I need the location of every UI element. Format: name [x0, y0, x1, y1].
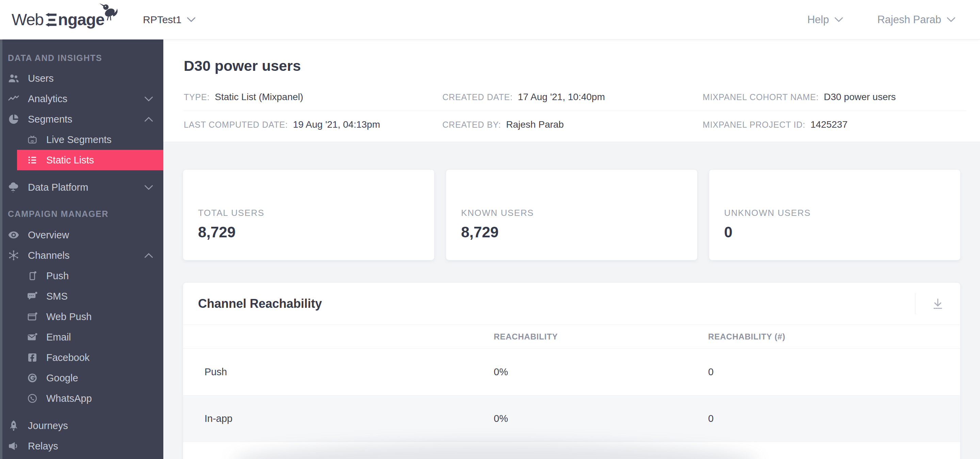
sidebar-item-web-push[interactable]: Web Push	[0, 306, 163, 327]
sidebar-item-label: Push	[46, 270, 69, 282]
card-header: Channel Reachability	[183, 283, 960, 325]
whatsapp-icon	[27, 393, 38, 404]
cell-channel: Push	[205, 367, 494, 378]
sidebar-item-channels[interactable]: Channels	[0, 245, 163, 266]
meta-value: 17 Aug '21, 10:40pm	[518, 92, 605, 102]
cell-reachability: 0%	[494, 413, 708, 424]
sidebar-item-label: Relays	[28, 441, 58, 452]
sidebar-item-users[interactable]: Users	[0, 68, 163, 89]
live-segments-icon	[27, 134, 38, 145]
sidebar-item-analytics[interactable]: Analytics	[0, 89, 163, 109]
push-phone-icon	[27, 270, 38, 281]
download-icon	[931, 297, 944, 310]
project-selector[interactable]: RPTest1	[143, 14, 196, 26]
sidebar-item-label: Web Push	[46, 311, 92, 322]
email-envelope-icon	[27, 332, 38, 343]
analytics-icon	[6, 92, 21, 105]
sidebar-item-label: Static Lists	[46, 155, 94, 166]
app-body: DATA AND INSIGHTS Users Analytics	[0, 40, 980, 459]
web-push-browser-icon	[27, 311, 38, 322]
section-label-campaign-manager: CAMPAIGN MANAGER	[0, 198, 163, 225]
meta-label: TYPE:	[184, 92, 210, 102]
stat-label: KNOWN USERS	[461, 208, 697, 218]
meta-created-by: CREATED BY: Rajesh Parab	[442, 119, 703, 130]
sidebar-item-label: Channels	[28, 250, 70, 261]
sidebar-item-facebook[interactable]: Facebook	[0, 347, 163, 368]
table-row-push[interactable]: Push 0% 0	[183, 349, 960, 395]
meta-created-date: CREATED DATE: 17 Aug '21, 10:40pm	[442, 92, 703, 102]
help-menu[interactable]: Help	[807, 14, 843, 26]
meta-row-2: LAST COMPUTED DATE: 19 Aug '21, 04:13pm …	[184, 111, 966, 138]
chevron-up-icon	[144, 117, 153, 122]
logo-container: Web ngage	[0, 10, 143, 29]
sidebar-item-live-segments[interactable]: Live Segments	[0, 129, 163, 150]
stat-card-unknown-users: UNKNOWN USERS 0	[709, 169, 961, 260]
sidebar-item-segments[interactable]: Segments	[0, 109, 163, 129]
sidebar-item-sms[interactable]: SMS	[0, 286, 163, 306]
table-row-in-app[interactable]: In-app 0% 0	[183, 395, 960, 442]
card-title: Channel Reachability	[198, 296, 322, 311]
relays-megaphone-icon	[6, 440, 21, 452]
logo-bird-icon	[98, 3, 119, 22]
sidebar-item-whatsapp[interactable]: WhatsApp	[0, 388, 163, 409]
meta-value: 1425237	[811, 119, 848, 130]
chevron-up-icon	[144, 253, 153, 258]
chevron-down-icon	[947, 17, 956, 22]
page-body: TOTAL USERS 8,729 KNOWN USERS 8,729 UNKN…	[163, 142, 980, 459]
sidebar-item-label: Live Segments	[46, 134, 111, 145]
logo-e-arrows-icon	[44, 12, 57, 28]
card-actions	[915, 283, 960, 325]
segment-meta: TYPE: Static List (Mixpanel) CREATED DAT…	[184, 83, 966, 138]
cell-reachability-count: 0	[708, 413, 960, 424]
sidebar-item-relays[interactable]: Relays	[0, 436, 163, 456]
sidebar-item-label: Facebook	[46, 352, 89, 363]
sidebar-item-email[interactable]: Email	[0, 327, 163, 347]
chevron-down-icon	[144, 96, 153, 102]
sidebar-item-label: Email	[46, 332, 71, 343]
cell-reachability: 0%	[494, 367, 708, 378]
meta-value: 19 Aug '21, 04:13pm	[293, 119, 380, 130]
sms-chat-icon	[27, 291, 38, 302]
sidebar-item-journeys[interactable]: Journeys	[0, 415, 163, 436]
table-header-row: REACHABILITY REACHABILITY (#)	[183, 325, 960, 349]
logo-text-engage: ngage	[58, 10, 104, 29]
sidebar-item-label: Journeys	[28, 420, 68, 432]
stat-card-total-users: TOTAL USERS 8,729	[183, 169, 434, 260]
overview-eye-icon	[6, 229, 21, 241]
column-header-reachability: REACHABILITY	[494, 332, 708, 341]
user-name: Rajesh Parab	[877, 14, 941, 26]
stat-value: 8,729	[461, 224, 697, 241]
chevron-down-icon	[144, 185, 153, 190]
sidebar-item-label: WhatsApp	[46, 393, 92, 404]
sidebar-nav: DATA AND INSIGHTS Users Analytics	[0, 40, 163, 459]
webengage-logo[interactable]: Web ngage	[11, 10, 105, 29]
meta-label: MIXPANEL PROJECT ID:	[703, 120, 805, 130]
topbar-right-menu: Help Rajesh Parab	[807, 14, 980, 26]
sidebar-item-data-platform[interactable]: Data Platform	[0, 177, 163, 198]
chevron-down-icon	[834, 17, 843, 22]
meta-label: MIXPANEL COHORT NAME:	[703, 92, 819, 102]
meta-label: CREATED DATE:	[442, 92, 513, 102]
chevron-down-icon	[187, 17, 196, 22]
sidebar-item-label: Users	[28, 73, 54, 84]
meta-mixpanel-cohort-name: MIXPANEL COHORT NAME: D30 power users	[703, 92, 966, 102]
sidebar-item-push[interactable]: Push	[0, 266, 163, 286]
download-button[interactable]	[915, 283, 960, 325]
sidebar-item-overview[interactable]: Overview	[0, 225, 163, 245]
sidebar-item-static-lists[interactable]: Static Lists	[17, 150, 163, 170]
page-title: D30 power users	[184, 57, 980, 74]
section-label-data-insights: DATA AND INSIGHTS	[0, 40, 163, 68]
user-menu[interactable]: Rajesh Parab	[877, 14, 956, 26]
meta-type: TYPE: Static List (Mixpanel)	[184, 92, 442, 102]
segments-icon	[6, 113, 21, 125]
journeys-rocket-icon	[6, 419, 21, 432]
sidebar-item-label: SMS	[46, 291, 68, 302]
stat-card-known-users: KNOWN USERS 8,729	[446, 169, 698, 260]
webengage-app: Web ngage RPTest1	[0, 0, 980, 459]
column-header-reachability-count: REACHABILITY (#)	[708, 332, 960, 341]
logo-text-web: Web	[11, 10, 43, 29]
data-platform-icon	[6, 181, 21, 193]
sidebar-item-google[interactable]: Google	[0, 368, 163, 388]
meta-value: D30 power users	[824, 92, 896, 102]
main-content: D30 power users TYPE: Static List (Mixpa…	[163, 40, 980, 459]
